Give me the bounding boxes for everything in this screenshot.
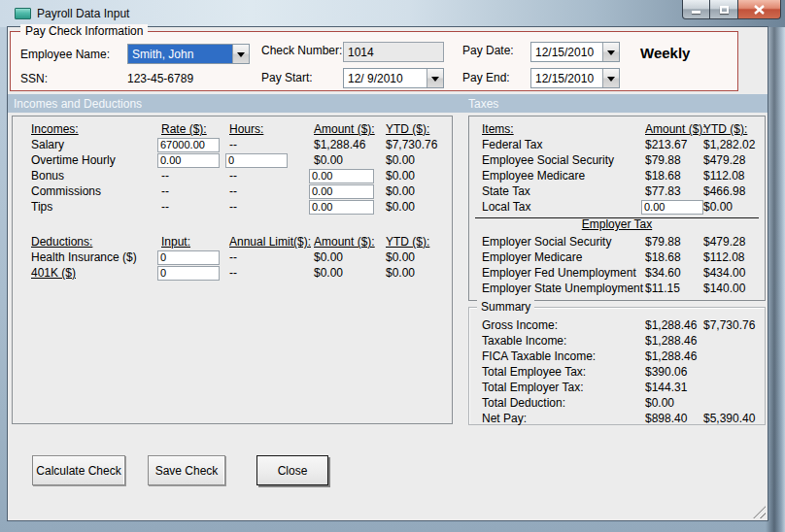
paycheck-info-title: Pay Check Information: [20, 24, 148, 38]
cell: $479.28: [703, 235, 765, 249]
cell: $34.60: [645, 266, 703, 280]
row-label: Employee Medicare: [482, 169, 645, 183]
cell: $0.00: [386, 266, 452, 280]
employee-name-label: Employee Name:: [20, 48, 110, 61]
row-label: Total Employer Tax:: [482, 381, 645, 394]
bonus-amount-input[interactable]: [309, 169, 374, 183]
ssn-value: 123-45-6789: [127, 72, 193, 85]
cell: $11.15: [645, 282, 703, 295]
col-header: YTD ($):: [386, 122, 452, 136]
employee-name-dropdown-button[interactable]: [232, 45, 249, 63]
row-label: State Tax: [482, 184, 645, 198]
cell: $112.08: [703, 250, 765, 264]
pay-date-picker[interactable]: 12/15/2010: [530, 42, 620, 62]
col-header: Amount ($):: [314, 122, 386, 136]
summary-row-total-deduction: Total Deduction: $0.00: [469, 395, 765, 411]
minimize-button[interactable]: [682, 0, 710, 19]
401k-input[interactable]: [157, 266, 220, 281]
tax-row-state: State Tax $77.83 $466.98: [469, 183, 765, 199]
employee-name-value: Smith, John: [128, 45, 232, 63]
row-label: Total Employee Tax:: [482, 365, 645, 379]
cell: --: [161, 200, 229, 214]
row-label: Employer Medicare: [482, 250, 645, 264]
button-label: Save Check: [155, 464, 219, 478]
col-header: Input:: [161, 235, 229, 249]
pay-end-dropdown-button[interactable]: [602, 69, 619, 87]
tax-row-employer-ss: Employer Social Security $79.88 $479.28: [469, 234, 765, 249]
pay-start-dropdown-button[interactable]: [427, 69, 443, 87]
close-check-button[interactable]: Close: [256, 455, 328, 485]
cell: $466.98: [703, 184, 765, 198]
pay-end-value: 12/15/2010: [531, 69, 602, 87]
cell: $1,288.46: [645, 334, 703, 348]
deductions-header-row: Deductions: Input: Annual Limit($): Amou…: [13, 234, 452, 249]
maximize-icon: [720, 6, 729, 14]
col-header: Deductions:: [31, 235, 161, 249]
pay-date-label: Pay Date:: [462, 44, 514, 57]
commissions-amount-input[interactable]: [309, 184, 374, 199]
window-frame-shade: [766, 0, 785, 532]
col-header: Rate ($):: [161, 122, 229, 136]
cell: --: [161, 184, 229, 198]
close-button[interactable]: [737, 0, 781, 19]
tax-row-local: Local Tax $0.00: [469, 199, 765, 215]
row-label: Employer State Unemployment: [482, 282, 645, 295]
resize-grip[interactable]: [753, 506, 766, 518]
cell: --: [229, 184, 314, 198]
row-label: Federal Tax: [482, 138, 645, 151]
row-label: Salary: [31, 138, 161, 151]
pay-end-picker[interactable]: 12/15/2010: [530, 68, 620, 88]
col-header: Items:: [482, 122, 645, 136]
cell: $1,288.46: [645, 349, 703, 363]
cell: --: [229, 138, 314, 151]
client-area: Pay Check Information Employee Name: Smi…: [8, 27, 768, 520]
cell: $390.06: [645, 365, 703, 379]
overtime-rate-input[interactable]: [157, 153, 220, 168]
maximize-button[interactable]: [710, 0, 737, 19]
cell: $0.00: [386, 250, 452, 264]
summary-row-fica: FICA Taxable Income: $1,288.46: [469, 349, 765, 364]
check-number-input[interactable]: [343, 42, 444, 62]
calculate-check-button[interactable]: Calculate Check: [32, 455, 125, 485]
row-label: Employer Fed Unemployment: [482, 266, 645, 280]
cell: $0.00: [386, 200, 452, 214]
ssn-label: SSN:: [20, 72, 48, 85]
tax-row-employer-fed-unemployment: Employer Fed Unemployment $34.60 $434.00: [469, 265, 765, 281]
col-header: YTD ($):: [703, 122, 765, 136]
cell: $898.40: [645, 412, 703, 425]
tax-row-employer-medicare: Employer Medicare $18.68 $112.08: [469, 249, 765, 265]
cell: $18.68: [645, 250, 703, 264]
cell: --: [229, 169, 314, 183]
income-row-commissions: Commissions -- -- $0.00: [13, 183, 452, 199]
cell: $112.08: [703, 169, 765, 183]
employee-name-select[interactable]: Smith, John: [127, 44, 250, 64]
app-icon: [15, 8, 31, 19]
cell: $0.00: [386, 169, 452, 183]
row-label: Taxable Income:: [482, 334, 645, 348]
titlebar: Payroll Data Input: [0, 0, 785, 27]
tax-row-employee-medicare: Employee Medicare $18.68 $112.08: [469, 168, 765, 183]
overtime-hours-input[interactable]: [225, 153, 288, 168]
local-tax-input[interactable]: [641, 200, 703, 215]
deduction-row-health-insurance: Health Insurance ($) -- $0.00 $0.00: [13, 249, 452, 265]
cell: $1,282.02: [703, 138, 765, 151]
save-check-button[interactable]: Save Check: [148, 455, 225, 485]
row-label: Gross Income:: [482, 318, 645, 332]
cell: --: [229, 266, 314, 280]
cell: $0.00: [314, 153, 386, 167]
cell: $434.00: [703, 266, 765, 280]
health-insurance-input[interactable]: [157, 250, 220, 265]
tips-amount-input[interactable]: [309, 200, 374, 215]
row-label: Local Tax: [482, 200, 645, 214]
row-label: Tips: [31, 200, 161, 214]
col-header: Hours:: [229, 122, 314, 136]
row-label: Net Pay:: [482, 412, 645, 425]
row-label-401k: 401K ($): [31, 266, 161, 280]
pay-date-dropdown-button[interactable]: [602, 43, 619, 61]
pay-start-picker[interactable]: 12/ 9/2010: [343, 68, 444, 88]
cell: $213.67: [645, 138, 703, 151]
cell: --: [229, 250, 314, 264]
salary-rate-input[interactable]: [157, 138, 220, 152]
summary-title: Summary: [477, 300, 534, 314]
employer-tax-separator: Employer Tax: [475, 217, 759, 233]
